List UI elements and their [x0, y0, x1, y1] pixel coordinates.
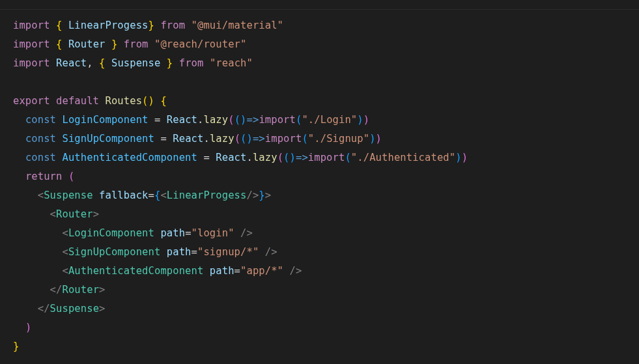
keyword-default: default — [56, 95, 99, 107]
paren: ( — [302, 133, 307, 145]
jsx-bracket: > — [93, 208, 99, 220]
brace: } — [167, 57, 173, 69]
code-line: ) — [13, 318, 639, 337]
paren: ) — [363, 114, 369, 126]
string-literal: "login" — [192, 227, 234, 239]
paren: ) — [25, 322, 31, 333]
paren: ( — [234, 114, 240, 126]
paren: ( — [296, 114, 302, 126]
jsx-attr: fallback — [99, 189, 148, 201]
identifier: React — [216, 152, 246, 163]
string-literal: "./Authenticated" — [351, 152, 455, 163]
paren: ) — [376, 133, 382, 145]
code-line: const AuthenticatedComponent = React.laz… — [13, 148, 639, 167]
keyword-import-fn: import — [308, 152, 345, 163]
jsx-slash: / — [289, 265, 295, 277]
code-line: } — [13, 337, 639, 356]
string-literal: "app/*" — [240, 265, 283, 277]
keyword-const: const — [25, 114, 56, 126]
jsx-attr: path — [167, 246, 192, 258]
method: lazy — [253, 152, 277, 163]
operator: = — [160, 133, 166, 145]
paren: ( — [277, 152, 283, 163]
arrow: => — [296, 152, 308, 163]
jsx-component: Suspense — [50, 303, 99, 315]
jsx-bracket: > — [99, 303, 105, 315]
keyword-from: from — [124, 38, 149, 50]
paren: ) — [247, 133, 253, 145]
code-line: const LoginComponent = React.lazy(()=>im… — [13, 111, 639, 130]
identifier: React — [167, 114, 197, 126]
keyword-return: return — [25, 171, 63, 182]
code-line: <AuthenticatedComponent path="app/*" /> — [13, 262, 639, 281]
operator: = — [185, 227, 191, 239]
code-line: export default Routes() { — [13, 92, 639, 111]
keyword-import-fn: import — [265, 133, 302, 145]
jsx-component: SignUpComponent — [68, 246, 160, 258]
paren: ) — [290, 152, 296, 163]
keyword-import: import — [13, 57, 50, 69]
string-literal: "@reach/router" — [154, 38, 246, 50]
operator: = — [234, 265, 240, 277]
paren: ) — [462, 152, 468, 163]
jsx-bracket: < — [38, 303, 44, 315]
arrow: => — [253, 133, 265, 145]
keyword-const: const — [25, 152, 56, 163]
operator: = — [149, 189, 154, 201]
method: lazy — [210, 133, 234, 145]
operator: = — [154, 114, 160, 126]
jsx-slash: / — [246, 189, 252, 201]
identifier: LoginComponent — [62, 114, 148, 126]
identifier: AuthenticatedComponent — [62, 152, 197, 163]
dot: . — [246, 152, 252, 163]
method: lazy — [203, 114, 228, 126]
identifier: LinearProgess — [68, 20, 149, 31]
arrow: => — [247, 114, 259, 126]
jsx-slash: / — [44, 303, 50, 315]
paren: ( — [228, 114, 234, 126]
paren: ( — [240, 133, 246, 145]
identifier: React — [173, 133, 203, 145]
brace: { — [99, 57, 105, 69]
string-literal: "./Login" — [302, 114, 357, 126]
jsx-component: LoginComponent — [68, 227, 154, 239]
jsx-bracket: > — [296, 265, 302, 277]
brace: { — [154, 189, 160, 201]
code-line: <Suspense fallback={<LinearProgess/>}> — [13, 186, 639, 205]
code-line — [13, 73, 639, 92]
code-line: const SignUpComponent = React.lazy(()=>i… — [13, 130, 639, 148]
jsx-bracket: < — [62, 246, 68, 258]
keyword-export: export — [13, 95, 50, 107]
paren: ( — [234, 133, 240, 145]
jsx-bracket: > — [271, 246, 277, 258]
dot: . — [203, 133, 209, 145]
paren: ) — [149, 95, 154, 107]
jsx-bracket: < — [38, 189, 44, 201]
paren: ( — [283, 152, 289, 163]
code-line: import { LinearProgess} from "@mui/mater… — [13, 16, 639, 35]
brace: { — [56, 38, 62, 50]
jsx-bracket: > — [253, 189, 259, 201]
code-line: <Router> — [13, 205, 639, 224]
jsx-bracket: > — [99, 284, 105, 296]
paren: ( — [345, 152, 350, 163]
keyword-import-fn: import — [259, 114, 296, 126]
jsx-bracket: < — [50, 284, 56, 296]
code-line: </Router> — [13, 281, 639, 300]
keyword-from: from — [179, 57, 204, 69]
code-line: <LoginComponent path="login" /> — [13, 224, 639, 243]
operator: = — [192, 246, 197, 258]
jsx-bracket: < — [160, 189, 166, 201]
code-editor[interactable]: import { LinearProgess} from "@mui/mater… — [0, 9, 639, 356]
string-literal: "@mui/material" — [192, 20, 283, 31]
jsx-component: Suspense — [44, 189, 92, 201]
code-line: </Suspense> — [13, 300, 639, 318]
keyword-const: const — [25, 133, 56, 145]
operator: = — [203, 152, 209, 163]
brace: { — [56, 20, 62, 31]
jsx-bracket: < — [50, 208, 56, 220]
jsx-component: Router — [56, 208, 93, 220]
brace: } — [259, 189, 264, 201]
identifier: React — [56, 57, 87, 69]
jsx-bracket: > — [265, 189, 271, 201]
